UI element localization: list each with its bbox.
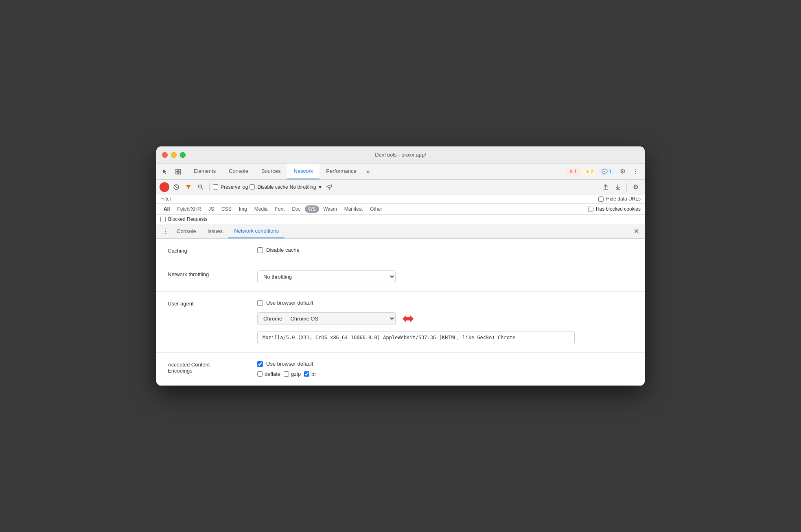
- drawer-tab-console[interactable]: Console: [171, 224, 202, 238]
- br-checkbox[interactable]: [304, 371, 309, 377]
- deflate-checkbox[interactable]: [257, 371, 263, 377]
- filter-all-btn[interactable]: All: [160, 205, 173, 213]
- tab-console[interactable]: Console: [222, 164, 255, 179]
- disable-cache-label[interactable]: Disable cache: [249, 184, 288, 190]
- filter-css-btn[interactable]: CSS: [218, 205, 235, 213]
- clear-icon-btn[interactable]: [171, 182, 182, 192]
- filter-media-btn[interactable]: Media: [251, 205, 271, 213]
- hide-data-urls-label[interactable]: Hide data URLs: [598, 196, 641, 202]
- caching-section: Caching Disable cache: [156, 239, 645, 262]
- use-browser-default-ua-checkbox[interactable]: [257, 300, 263, 306]
- user-agent-dropdown[interactable]: Chrome — Chrome OS Chrome — Windows Chro…: [257, 312, 396, 325]
- svg-rect-2: [176, 172, 178, 174]
- filter-ws-btn[interactable]: WS: [305, 205, 319, 213]
- info-icon: 💬: [602, 169, 608, 174]
- blocked-requests-label[interactable]: Blocked Requests: [160, 216, 641, 222]
- toolbar-divider-2: [626, 183, 627, 191]
- tab-sources[interactable]: Sources: [255, 164, 287, 179]
- warning-badge[interactable]: ⚠ 2: [582, 168, 597, 175]
- filter-js-btn[interactable]: JS: [205, 205, 217, 213]
- network-right-icons: ⚙: [600, 181, 641, 193]
- caching-row: Caching Disable cache: [168, 247, 633, 254]
- warning-icon: ⚠: [585, 169, 590, 174]
- br-label[interactable]: br: [304, 371, 316, 377]
- filter-manifest-btn[interactable]: Manifest: [341, 205, 366, 213]
- disable-cache-conditions-label[interactable]: Disable cache: [257, 247, 633, 253]
- ua-string-input[interactable]: [257, 331, 575, 344]
- svg-rect-0: [176, 169, 178, 171]
- filter-doc-btn[interactable]: Doc: [289, 205, 304, 213]
- tab-performance[interactable]: Performance: [320, 164, 363, 179]
- settings-gear-icon-btn[interactable]: ⚙: [630, 181, 641, 193]
- wifi-icon-btn[interactable]: [324, 182, 335, 192]
- download-icon-btn[interactable]: [613, 182, 623, 192]
- devtools-body: Elements Console Sources Network Perform…: [156, 164, 645, 386]
- filter-img-btn[interactable]: Img: [236, 205, 250, 213]
- settings-icon-btn[interactable]: ⚙: [617, 166, 628, 177]
- svg-line-7: [201, 188, 203, 190]
- record-button[interactable]: [160, 182, 169, 192]
- filter-xhr-btn[interactable]: Fetch/XHR: [174, 205, 204, 213]
- filter-font-btn[interactable]: Font: [271, 205, 288, 213]
- upload-icon-btn[interactable]: [600, 182, 611, 192]
- error-icon: ✕: [569, 169, 573, 174]
- filter-wasm-btn[interactable]: Wasm: [320, 205, 340, 213]
- svg-line-5: [175, 186, 177, 188]
- disable-cache-checkbox[interactable]: [249, 184, 255, 190]
- minimize-button[interactable]: [171, 152, 177, 158]
- throttle-styled-dropdown[interactable]: No throttling Fast 3G Slow 3G Offline Cu…: [257, 270, 396, 283]
- caching-control: Disable cache: [257, 247, 633, 253]
- drawer-dots-btn[interactable]: ⋮: [160, 227, 171, 235]
- preserve-log-label[interactable]: Preserve log: [213, 184, 248, 190]
- hide-data-urls-checkbox[interactable]: [598, 196, 604, 202]
- top-tabs-bar: Elements Console Sources Network Perform…: [156, 164, 645, 180]
- filter-icon-btn[interactable]: [183, 182, 194, 192]
- info-badge[interactable]: 💬 1: [599, 168, 615, 175]
- gzip-checkbox[interactable]: [284, 371, 289, 377]
- traffic-lights: [162, 152, 186, 158]
- svg-point-6: [199, 185, 202, 188]
- disable-cache-conditions-checkbox[interactable]: [257, 247, 263, 253]
- throttle-dropdown-arrow[interactable]: ▼: [317, 184, 322, 190]
- drawer-tab-network-conditions[interactable]: Network conditions: [228, 224, 285, 238]
- more-tabs-button[interactable]: »: [363, 164, 373, 179]
- throttle-value: No throttling: [290, 184, 316, 190]
- red-arrow-indicator: ⬌: [402, 310, 414, 327]
- caching-label: Caching: [168, 247, 241, 254]
- search-icon-btn[interactable]: [195, 182, 206, 192]
- main-tabs-list: Elements Console Sources Network Perform…: [187, 164, 566, 179]
- throttle-select-wrap: No throttling ▼: [290, 184, 323, 190]
- badges-area: ✕ 1 ⚠ 2 💬 1: [566, 168, 615, 175]
- inspect-icon-btn[interactable]: [173, 166, 184, 177]
- more-options-icon-btn[interactable]: ⋮: [630, 166, 641, 177]
- maximize-button[interactable]: [180, 152, 186, 158]
- use-browser-default-ua-label[interactable]: Use browser default: [257, 300, 633, 306]
- close-button[interactable]: [162, 152, 168, 158]
- drawer-tab-issues[interactable]: Issues: [202, 224, 229, 238]
- deflate-label[interactable]: deflate: [257, 371, 280, 377]
- cursor-icon-btn[interactable]: [160, 166, 171, 177]
- conditions-panel: Caching Disable cache Network throttling: [156, 239, 645, 386]
- has-blocked-cookies-label[interactable]: Has blocked cookies: [588, 206, 641, 212]
- user-agent-row: User agent Use browser default Chrome — …: [168, 300, 633, 344]
- user-agent-section: User agent Use browser default Chrome — …: [156, 292, 645, 353]
- preserve-log-checkbox[interactable]: [213, 184, 218, 190]
- use-browser-default-encoding-checkbox[interactable]: [257, 361, 263, 367]
- titlebar: DevTools - proxx.app/: [156, 146, 645, 164]
- user-agent-dropdown-row: Chrome — Chrome OS Chrome — Windows Chro…: [257, 310, 633, 327]
- error-badge[interactable]: ✕ 1: [566, 168, 580, 175]
- blocked-requests-checkbox[interactable]: [160, 217, 166, 222]
- filter-bar: Filter Hide data URLs: [156, 194, 645, 204]
- drawer-close-btn[interactable]: ✕: [631, 227, 641, 235]
- user-agent-label: User agent: [168, 300, 241, 307]
- warning-count: 2: [591, 169, 594, 174]
- devtools-window: DevTools - proxx.app/: [156, 146, 645, 386]
- tab-elements[interactable]: Elements: [187, 164, 222, 179]
- filter-other-btn[interactable]: Other: [367, 205, 385, 213]
- use-browser-default-encoding-label[interactable]: Use browser default: [257, 361, 633, 367]
- toolbar-divider-1: [209, 183, 210, 191]
- tab-network[interactable]: Network: [287, 164, 320, 179]
- encodings-label: Accepted Content-Encodings: [168, 361, 241, 374]
- gzip-label[interactable]: gzip: [284, 371, 301, 377]
- has-blocked-cookies-checkbox[interactable]: [588, 207, 593, 212]
